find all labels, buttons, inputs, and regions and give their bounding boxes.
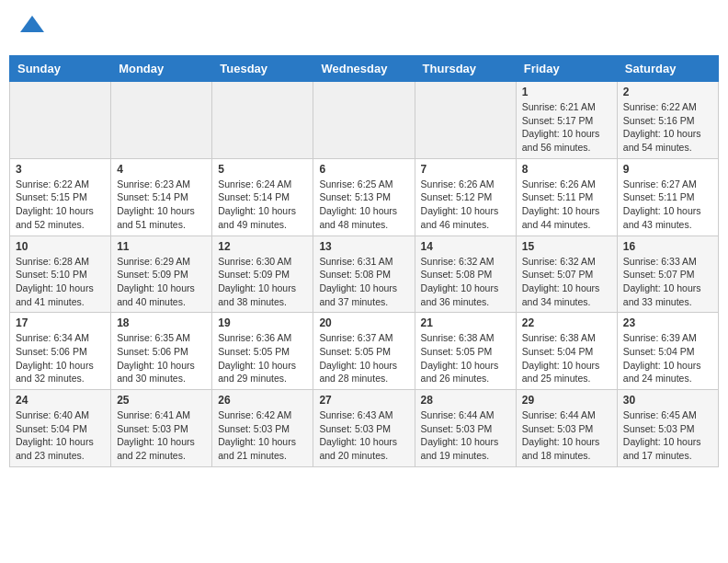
day-number: 30 bbox=[623, 394, 712, 407]
calendar-cell: 9Sunrise: 6:27 AM Sunset: 5:11 PM Daylig… bbox=[617, 158, 718, 236]
page-header bbox=[9, 9, 719, 46]
cell-content: Sunrise: 6:44 AM Sunset: 5:03 PM Dayligh… bbox=[421, 408, 510, 463]
cell-content: Sunrise: 6:31 AM Sunset: 5:08 PM Dayligh… bbox=[319, 255, 408, 309]
logo bbox=[18, 14, 50, 41]
day-number: 12 bbox=[218, 240, 307, 253]
weekday-header: Monday bbox=[111, 56, 212, 82]
day-number: 14 bbox=[421, 240, 510, 253]
cell-content: Sunrise: 6:30 AM Sunset: 5:09 PM Dayligh… bbox=[218, 255, 307, 309]
weekday-header: Sunday bbox=[10, 56, 111, 82]
day-number: 25 bbox=[117, 394, 206, 407]
cell-content: Sunrise: 6:27 AM Sunset: 5:11 PM Dayligh… bbox=[623, 178, 712, 232]
calendar-week-row: 24Sunrise: 6:40 AM Sunset: 5:04 PM Dayli… bbox=[10, 390, 719, 467]
cell-content: Sunrise: 6:43 AM Sunset: 5:03 PM Dayligh… bbox=[319, 408, 408, 463]
cell-content: Sunrise: 6:45 AM Sunset: 5:03 PM Dayligh… bbox=[623, 408, 712, 463]
day-number: 4 bbox=[117, 163, 206, 176]
cell-content: Sunrise: 6:32 AM Sunset: 5:08 PM Dayligh… bbox=[421, 255, 510, 309]
calendar-cell: 14Sunrise: 6:32 AM Sunset: 5:08 PM Dayli… bbox=[415, 236, 516, 313]
cell-content: Sunrise: 6:21 AM Sunset: 5:17 PM Dayligh… bbox=[522, 100, 611, 155]
calendar-week-row: 1Sunrise: 6:21 AM Sunset: 5:17 PM Daylig… bbox=[10, 82, 719, 159]
cell-content: Sunrise: 6:42 AM Sunset: 5:03 PM Dayligh… bbox=[218, 408, 307, 463]
cell-content: Sunrise: 6:41 AM Sunset: 5:03 PM Dayligh… bbox=[117, 408, 206, 463]
day-number: 17 bbox=[16, 316, 105, 329]
calendar-cell: 4Sunrise: 6:23 AM Sunset: 5:14 PM Daylig… bbox=[111, 158, 212, 236]
day-number: 13 bbox=[319, 240, 408, 253]
calendar-cell bbox=[415, 82, 516, 159]
cell-content: Sunrise: 6:38 AM Sunset: 5:05 PM Dayligh… bbox=[421, 331, 510, 385]
day-number: 11 bbox=[117, 240, 206, 253]
calendar-cell: 10Sunrise: 6:28 AM Sunset: 5:10 PM Dayli… bbox=[10, 236, 111, 313]
cell-content: Sunrise: 6:26 AM Sunset: 5:11 PM Dayligh… bbox=[522, 178, 611, 232]
day-number: 9 bbox=[623, 163, 712, 176]
calendar-cell: 15Sunrise: 6:32 AM Sunset: 5:07 PM Dayli… bbox=[516, 236, 617, 313]
calendar-cell: 24Sunrise: 6:40 AM Sunset: 5:04 PM Dayli… bbox=[10, 390, 111, 467]
calendar-week-row: 3Sunrise: 6:22 AM Sunset: 5:15 PM Daylig… bbox=[10, 158, 719, 236]
calendar-cell: 11Sunrise: 6:29 AM Sunset: 5:09 PM Dayli… bbox=[111, 236, 212, 313]
day-number: 28 bbox=[421, 394, 510, 407]
logo-icon bbox=[18, 14, 46, 41]
weekday-header: Tuesday bbox=[212, 56, 313, 82]
weekday-header: Friday bbox=[516, 56, 617, 82]
cell-content: Sunrise: 6:29 AM Sunset: 5:09 PM Dayligh… bbox=[117, 255, 206, 309]
calendar-cell: 17Sunrise: 6:34 AM Sunset: 5:06 PM Dayli… bbox=[10, 313, 111, 390]
cell-content: Sunrise: 6:23 AM Sunset: 5:14 PM Dayligh… bbox=[117, 178, 206, 232]
day-number: 2 bbox=[623, 86, 712, 98]
cell-content: Sunrise: 6:40 AM Sunset: 5:04 PM Dayligh… bbox=[16, 408, 105, 463]
cell-content: Sunrise: 6:44 AM Sunset: 5:03 PM Dayligh… bbox=[522, 408, 611, 463]
day-number: 26 bbox=[218, 394, 307, 407]
calendar-cell bbox=[10, 82, 111, 159]
calendar-cell: 6Sunrise: 6:25 AM Sunset: 5:13 PM Daylig… bbox=[313, 158, 415, 236]
day-number: 15 bbox=[522, 240, 611, 253]
calendar-cell: 29Sunrise: 6:44 AM Sunset: 5:03 PM Dayli… bbox=[516, 390, 617, 467]
calendar-table: SundayMondayTuesdayWednesdayThursdayFrid… bbox=[9, 55, 719, 467]
calendar-cell: 7Sunrise: 6:26 AM Sunset: 5:12 PM Daylig… bbox=[415, 158, 516, 236]
cell-content: Sunrise: 6:22 AM Sunset: 5:16 PM Dayligh… bbox=[623, 100, 712, 155]
weekday-header: Wednesday bbox=[313, 56, 415, 82]
day-number: 8 bbox=[522, 163, 611, 176]
cell-content: Sunrise: 6:25 AM Sunset: 5:13 PM Dayligh… bbox=[319, 178, 408, 232]
day-number: 20 bbox=[319, 316, 408, 329]
calendar-cell: 22Sunrise: 6:38 AM Sunset: 5:04 PM Dayli… bbox=[516, 313, 617, 390]
calendar-header-row: SundayMondayTuesdayWednesdayThursdayFrid… bbox=[10, 56, 719, 82]
day-number: 5 bbox=[218, 163, 307, 176]
calendar-week-row: 17Sunrise: 6:34 AM Sunset: 5:06 PM Dayli… bbox=[10, 313, 719, 390]
calendar-cell: 26Sunrise: 6:42 AM Sunset: 5:03 PM Dayli… bbox=[212, 390, 313, 467]
calendar-cell: 8Sunrise: 6:26 AM Sunset: 5:11 PM Daylig… bbox=[516, 158, 617, 236]
cell-content: Sunrise: 6:33 AM Sunset: 5:07 PM Dayligh… bbox=[623, 255, 712, 309]
day-number: 16 bbox=[623, 240, 712, 253]
calendar-cell: 2Sunrise: 6:22 AM Sunset: 5:16 PM Daylig… bbox=[617, 82, 718, 159]
calendar-cell: 23Sunrise: 6:39 AM Sunset: 5:04 PM Dayli… bbox=[617, 313, 718, 390]
calendar-week-row: 10Sunrise: 6:28 AM Sunset: 5:10 PM Dayli… bbox=[10, 236, 719, 313]
day-number: 10 bbox=[16, 240, 105, 253]
day-number: 21 bbox=[421, 316, 510, 329]
calendar-cell: 18Sunrise: 6:35 AM Sunset: 5:06 PM Dayli… bbox=[111, 313, 212, 390]
weekday-header: Thursday bbox=[415, 56, 516, 82]
calendar-cell: 28Sunrise: 6:44 AM Sunset: 5:03 PM Dayli… bbox=[415, 390, 516, 467]
calendar-cell bbox=[313, 82, 415, 159]
cell-content: Sunrise: 6:37 AM Sunset: 5:05 PM Dayligh… bbox=[319, 331, 408, 385]
day-number: 7 bbox=[421, 163, 510, 176]
day-number: 19 bbox=[218, 316, 307, 329]
calendar-cell: 16Sunrise: 6:33 AM Sunset: 5:07 PM Dayli… bbox=[617, 236, 718, 313]
day-number: 1 bbox=[522, 86, 611, 98]
calendar-cell: 19Sunrise: 6:36 AM Sunset: 5:05 PM Dayli… bbox=[212, 313, 313, 390]
calendar-cell bbox=[111, 82, 212, 159]
calendar-cell: 30Sunrise: 6:45 AM Sunset: 5:03 PM Dayli… bbox=[617, 390, 718, 467]
weekday-header: Saturday bbox=[617, 56, 718, 82]
calendar-cell: 25Sunrise: 6:41 AM Sunset: 5:03 PM Dayli… bbox=[111, 390, 212, 467]
day-number: 29 bbox=[522, 394, 611, 407]
day-number: 3 bbox=[16, 163, 105, 176]
day-number: 24 bbox=[16, 394, 105, 407]
cell-content: Sunrise: 6:32 AM Sunset: 5:07 PM Dayligh… bbox=[522, 255, 611, 309]
calendar-cell: 12Sunrise: 6:30 AM Sunset: 5:09 PM Dayli… bbox=[212, 236, 313, 313]
cell-content: Sunrise: 6:38 AM Sunset: 5:04 PM Dayligh… bbox=[522, 331, 611, 385]
calendar-cell: 20Sunrise: 6:37 AM Sunset: 5:05 PM Dayli… bbox=[313, 313, 415, 390]
day-number: 27 bbox=[319, 394, 408, 407]
day-number: 22 bbox=[522, 316, 611, 329]
day-number: 23 bbox=[623, 316, 712, 329]
cell-content: Sunrise: 6:28 AM Sunset: 5:10 PM Dayligh… bbox=[16, 255, 105, 309]
cell-content: Sunrise: 6:22 AM Sunset: 5:15 PM Dayligh… bbox=[16, 178, 105, 232]
cell-content: Sunrise: 6:26 AM Sunset: 5:12 PM Dayligh… bbox=[421, 178, 510, 232]
calendar-cell: 3Sunrise: 6:22 AM Sunset: 5:15 PM Daylig… bbox=[10, 158, 111, 236]
cell-content: Sunrise: 6:35 AM Sunset: 5:06 PM Dayligh… bbox=[117, 331, 206, 385]
